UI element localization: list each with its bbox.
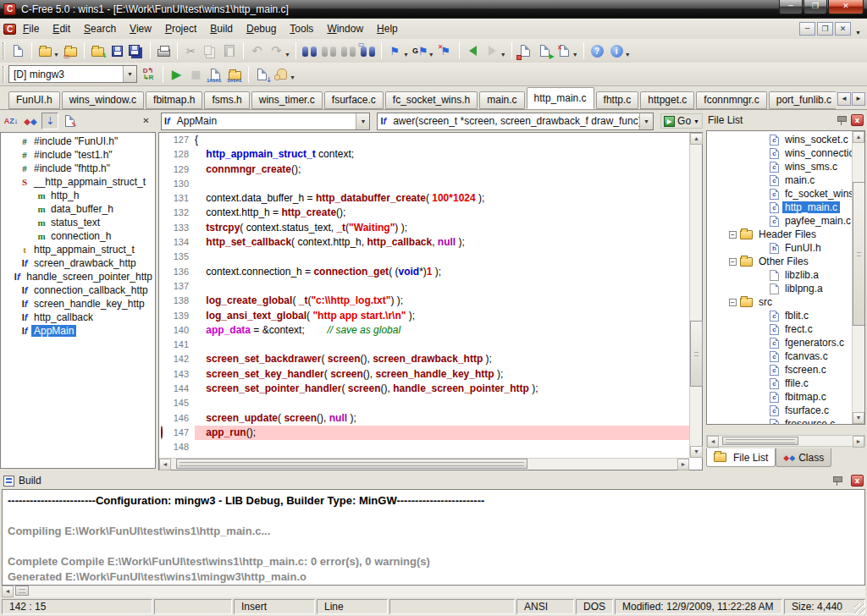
tab-scroll-right-button[interactable]: ►	[852, 92, 865, 106]
file-scroll-left-button[interactable]: ◄	[707, 436, 719, 448]
copy-button[interactable]	[201, 41, 220, 61]
breakpoint-gutter[interactable]	[159, 411, 171, 426]
code-line[interactable]: 142 screen_set_backdrawer( screen(), scr…	[159, 352, 689, 366]
file-tree-item[interactable]: cfcanvas.c	[707, 349, 852, 363]
debug-release-toggle[interactable]: D↰↳R	[137, 64, 159, 84]
code-line[interactable]: 135	[159, 250, 689, 264]
breakpoint-gutter[interactable]	[159, 147, 171, 162]
find-button[interactable]	[300, 41, 319, 61]
breakpoint-marker[interactable]	[161, 426, 163, 439]
build-pin-icon[interactable]	[831, 475, 843, 487]
code-line[interactable]: 141	[159, 338, 689, 352]
file-tab-fbitmap.h[interactable]: fbitmap.h	[146, 91, 202, 109]
breakpoint-gutter[interactable]	[159, 382, 171, 396]
scroll-right-button[interactable]: ►	[677, 459, 689, 470]
breakpoint-gutter[interactable]	[159, 279, 171, 294]
mdi-minimize-button[interactable]: ─	[799, 22, 815, 36]
breakpoint-gutter[interactable]	[159, 162, 171, 177]
mdi-close-button[interactable]: ✕	[835, 22, 851, 36]
tab-scroll-left-button[interactable]: ◄	[837, 92, 851, 106]
code-line[interactable]: 138 log_create_global( _t("c:\\http_log.…	[159, 294, 689, 308]
menu-file[interactable]: File	[16, 21, 46, 36]
symbol-item[interactable]: ##include "fhttp.h"	[1, 162, 155, 175]
help-button[interactable]: ?	[588, 41, 607, 61]
code-line[interactable]: 143 screen_set_key_handler( screen(), sc…	[159, 367, 689, 382]
save-all-button[interactable]	[127, 41, 146, 61]
file-tree-item[interactable]: cfbitmap.c	[707, 390, 852, 404]
file-tab-httpget.c[interactable]: httpget.c	[640, 91, 694, 109]
file-tab-main.c[interactable]: main.c	[479, 91, 524, 109]
file-tab-fconnmngr.c[interactable]: fconnmngr.c	[696, 91, 766, 109]
collapse-toggle[interactable]: −	[729, 299, 737, 306]
horizontal-scroll-thumb[interactable]	[176, 459, 527, 469]
symbol-panel-close-button[interactable]: ✕	[139, 114, 153, 128]
nav-forward-button[interactable]	[483, 41, 502, 61]
minimize-button[interactable]: ─	[779, 0, 803, 14]
file-tree-item[interactable]: cmain.c	[707, 173, 852, 187]
breakpoint-gutter[interactable]	[159, 352, 171, 366]
menu-search[interactable]: Search	[77, 21, 123, 36]
breakpoint-gutter[interactable]	[159, 294, 171, 308]
file-tree-item[interactable]: liblpng.a	[707, 282, 852, 295]
paste-button[interactable]	[220, 41, 240, 61]
undo-button[interactable]: ↶	[247, 41, 267, 61]
vertical-scroll-thumb[interactable]	[690, 321, 703, 387]
symbol-item[interactable]: mdata_buffer_h	[1, 202, 155, 216]
build-button[interactable]: 10101	[206, 64, 225, 84]
breakpoint-gutter[interactable]	[159, 265, 171, 279]
symbol-item[interactable]: lfconnection_callback_http	[1, 283, 155, 297]
error-list-button[interactable]	[516, 41, 535, 61]
file-tab-wins_window.c[interactable]: wins_window.c	[62, 91, 144, 109]
file-tree-item[interactable]: cwins_socket.c	[707, 133, 852, 146]
build-target-dropdown[interactable]: ▼	[123, 66, 136, 82]
symbol-item[interactable]: ##include "FunUI.h"	[1, 135, 155, 148]
symbol-item[interactable]: lfhandle_screen_pointer_http	[1, 270, 155, 283]
file-tab-fhttp.c[interactable]: fhttp.c	[596, 91, 639, 109]
pin-icon[interactable]	[836, 114, 848, 126]
menu-debug[interactable]: Debug	[240, 21, 283, 36]
file-tab-port_funlib.c[interactable]: port_funlib.c	[769, 91, 836, 109]
breakpoint-gutter[interactable]	[159, 426, 171, 440]
file-tree-item[interactable]: −src	[707, 295, 852, 309]
save-as-button[interactable]: ↴	[88, 41, 108, 61]
breakpoint-gutter[interactable]	[159, 177, 171, 191]
open-button[interactable]	[36, 41, 55, 61]
toolbar-grip[interactable]	[3, 42, 5, 59]
breakpoint-gutter[interactable]	[159, 221, 171, 235]
go-dropdown-caret[interactable]: ▼	[693, 118, 699, 124]
build-horizontal-scrollbar[interactable]: ◄	[2, 586, 865, 597]
breakpoint-gutter[interactable]	[159, 396, 171, 410]
sort-type-button[interactable]: ◆◆	[22, 113, 39, 129]
restore-button[interactable]: ❐	[803, 0, 827, 14]
clear-bookmarks-button[interactable]: ⚑✕	[436, 41, 456, 61]
file-scroll-up-button[interactable]: ▲	[853, 131, 864, 143]
file-tree-item[interactable]: cfrect.c	[707, 322, 852, 336]
code-line[interactable]: 130	[159, 177, 689, 191]
code-line[interactable]: 137	[159, 279, 689, 294]
cut-button[interactable]: ✂	[181, 41, 201, 61]
panel-tab-file-list[interactable]: File List	[706, 448, 776, 467]
file-tree-item[interactable]: cfgenerators.c	[707, 336, 852, 349]
bookmark-button[interactable]: ⚑	[385, 41, 405, 61]
toolbar-grip2[interactable]	[3, 66, 5, 83]
file-tab-FunUI.h[interactable]: FunUI.h	[8, 91, 60, 109]
symbol-item[interactable]: lfscreen_drawback_http	[1, 256, 155, 270]
build-scroll-left-button[interactable]: ◄	[2, 586, 14, 597]
symbol-item[interactable]: lfAppMain	[1, 324, 155, 338]
file-tree-item[interactable]: cffile.c	[707, 377, 852, 390]
find-in-files-button[interactable]: ▭	[358, 41, 378, 61]
file-tab-http_main.c[interactable]: http_main.c	[527, 87, 594, 109]
breakpoint-gutter[interactable]	[159, 235, 171, 250]
code-line[interactable]: 133 tstrcpy( context.status_text, _t("Wa…	[159, 221, 689, 235]
menu-window[interactable]: Window	[320, 21, 370, 36]
menu-edit[interactable]: Edit	[46, 21, 77, 36]
collapse-toggle[interactable]: −	[729, 258, 737, 266]
close-button[interactable]: ✕	[828, 0, 864, 14]
code-line[interactable]: 146 screen_update( screen(), null );	[159, 411, 689, 426]
print-button[interactable]	[154, 41, 174, 61]
file-tree-hscroll-thumb[interactable]	[722, 437, 798, 445]
resize-grip[interactable]	[854, 603, 866, 615]
breakpoint-gutter[interactable]	[159, 133, 171, 147]
symbol-item[interactable]: mstatus_text	[1, 216, 155, 229]
file-tree-item[interactable]: cfscreen.c	[707, 363, 852, 377]
